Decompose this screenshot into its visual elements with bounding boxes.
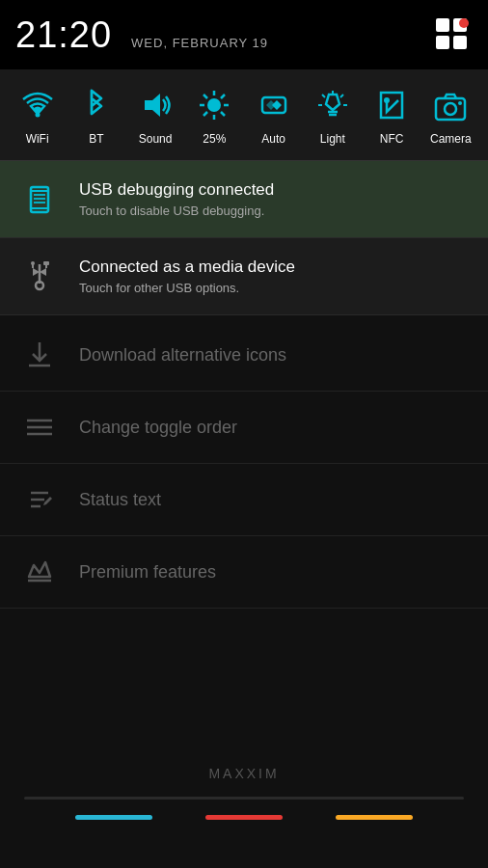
light-label: Light xyxy=(320,132,345,146)
usb-debug-icon xyxy=(15,181,64,218)
menu-toggle-order-label: Change toggle order xyxy=(79,418,237,438)
status-time: 21:20 xyxy=(15,14,112,56)
notif-media-device-text: Connected as a media device Touch for ot… xyxy=(79,258,473,295)
status-date: WED, FEBRUARY 19 xyxy=(131,36,268,50)
nfc-label: NFC xyxy=(380,132,404,146)
toggle-order-icon xyxy=(15,411,64,444)
grid-icon xyxy=(432,14,473,55)
svg-line-13 xyxy=(221,112,225,116)
svg-point-24 xyxy=(384,97,390,103)
svg-line-15 xyxy=(203,112,207,116)
svg-point-36 xyxy=(31,261,35,265)
sound-icon xyxy=(134,84,176,126)
svg-rect-3 xyxy=(453,36,467,49)
menu-download-icons[interactable]: Download alternative icons xyxy=(0,319,488,392)
light-icon xyxy=(312,84,354,126)
bt-icon xyxy=(75,84,118,126)
camera-icon xyxy=(429,84,472,126)
footer-scrollbar xyxy=(24,797,463,800)
status-bar: 21:20 WED, FEBRUARY 19 xyxy=(0,0,488,69)
svg-point-26 xyxy=(445,103,456,115)
toggle-bar: WiFi BT Sound xyxy=(0,69,488,161)
footer: MAXXIM xyxy=(0,766,488,820)
sound-label: Sound xyxy=(139,132,173,146)
footer-brand: MAXXIM xyxy=(208,766,279,781)
svg-line-20 xyxy=(340,95,343,97)
toggle-wifi[interactable]: WiFi xyxy=(8,84,67,146)
notification-usb-debug[interactable]: USB debugging connected Touch to disable… xyxy=(0,161,488,238)
auto-label: Auto xyxy=(261,132,285,146)
svg-rect-38 xyxy=(43,261,49,265)
auto-icon xyxy=(253,84,295,126)
usb-media-icon xyxy=(15,258,64,295)
toggle-brightness[interactable]: 25% xyxy=(185,84,244,146)
brightness-label: 25% xyxy=(203,132,226,146)
brightness-icon xyxy=(193,84,235,126)
notif-usb-debug-text: USB debugging connected Touch to disable… xyxy=(79,180,473,218)
dot-2 xyxy=(205,815,283,820)
toggle-bt[interactable]: BT xyxy=(67,84,125,146)
menu-download-label: Download alternative icons xyxy=(79,345,286,366)
dot-1 xyxy=(75,815,152,820)
nfc-icon xyxy=(370,84,413,126)
footer-indicators xyxy=(49,815,440,820)
notification-media-device[interactable]: Connected as a media device Touch for ot… xyxy=(0,238,488,315)
notif-media-device-subtitle: Touch for other USB options. xyxy=(79,281,473,295)
svg-point-27 xyxy=(458,101,462,105)
premium-icon xyxy=(15,556,64,588)
status-text-icon xyxy=(15,483,64,516)
menu-premium[interactable]: Premium features xyxy=(0,536,488,609)
toggle-nfc[interactable]: NFC xyxy=(363,84,421,146)
svg-line-14 xyxy=(221,95,225,98)
menu-status-text-label: Status text xyxy=(79,490,161,510)
toggle-camera[interactable]: Camera xyxy=(421,84,480,146)
svg-point-7 xyxy=(207,98,221,112)
svg-point-4 xyxy=(459,18,469,28)
dot-3 xyxy=(336,815,413,820)
svg-rect-2 xyxy=(436,36,449,49)
toggle-auto[interactable]: Auto xyxy=(244,84,303,146)
wifi-label: WiFi xyxy=(26,132,49,146)
toggle-light[interactable]: Light xyxy=(303,84,362,146)
notif-usb-debug-subtitle: Touch to disable USB debugging. xyxy=(79,203,473,218)
svg-rect-0 xyxy=(436,18,449,32)
status-icons xyxy=(432,14,473,55)
svg-point-5 xyxy=(35,113,40,118)
download-icon xyxy=(15,339,64,371)
camera-label: Camera xyxy=(430,132,472,146)
toggle-sound[interactable]: Sound xyxy=(126,84,185,146)
menu-toggle-order[interactable]: Change toggle order xyxy=(0,392,488,464)
svg-line-22 xyxy=(322,95,325,97)
svg-line-12 xyxy=(203,95,207,98)
wifi-icon xyxy=(16,84,59,126)
svg-point-34 xyxy=(36,282,43,289)
notif-media-device-title: Connected as a media device xyxy=(79,258,473,277)
menu-premium-label: Premium features xyxy=(79,562,216,583)
menu-status-text[interactable]: Status text xyxy=(0,464,488,536)
notification-section: USB debugging connected Touch to disable… xyxy=(0,161,488,315)
svg-marker-6 xyxy=(145,94,160,117)
menu-section: Download alternative icons Change toggle… xyxy=(0,319,488,609)
notif-usb-debug-title: USB debugging connected xyxy=(79,180,473,200)
bt-label: BT xyxy=(89,132,103,146)
